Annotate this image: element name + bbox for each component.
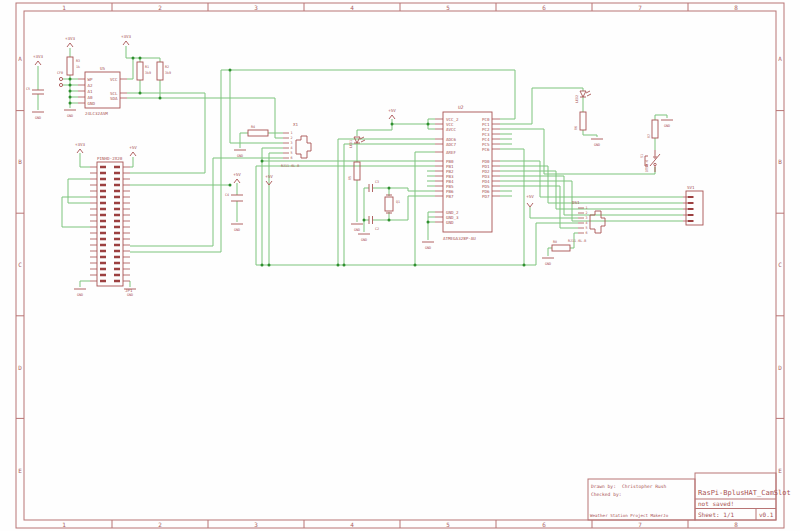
svg-text:R2: R2 — [165, 65, 169, 69]
svg-text:PC6: PC6 — [482, 147, 490, 152]
resistor-r5[interactable]: R5 — [348, 162, 360, 180]
document-title: RasPi-BplusHAT_CamSlot — [698, 489, 791, 497]
resistor-r6[interactable]: R6 — [574, 112, 586, 130]
capacitor-c4[interactable]: C4 — [225, 193, 243, 201]
supply-arrow-icon — [123, 41, 129, 45]
supply-arrow-icon — [67, 43, 73, 47]
frame-column-label: 6 — [542, 4, 546, 11]
title-block[interactable]: Drawn by: Christopher Rush Checked by: W… — [588, 473, 791, 520]
mcu-u2[interactable]: U2 ATMEGA328P-AU VCC_2 VCC AVCC ADC6 ADC… — [435, 105, 500, 241]
resistor-r2[interactable]: R2 3k9 — [157, 62, 171, 80]
net-wire — [256, 119, 435, 265]
resistor-r4[interactable]: R4 — [248, 125, 268, 136]
resistor-r7[interactable]: R7 — [647, 120, 658, 138]
frame-row-label: C — [18, 261, 22, 268]
svg-text:AREF: AREF — [446, 150, 457, 155]
frame-column-label: 8 — [734, 521, 738, 528]
svg-text:C2: C2 — [375, 227, 379, 231]
jumper-pad[interactable] — [59, 83, 62, 86]
jumper-pad[interactable] — [59, 77, 62, 80]
svg-text:3: 3 — [291, 141, 293, 145]
jack-part: RJ11-6L-B — [568, 239, 586, 243]
supply-3v3-label: +3V3 — [33, 54, 44, 59]
frame-column-label: 2 — [158, 521, 162, 528]
connector-sv1[interactable]: SV1 — [683, 185, 703, 226]
pi-header-part: PINHD-2X20 — [97, 156, 123, 161]
svg-text:GND: GND — [237, 154, 243, 158]
svg-text:6: 6 — [291, 156, 293, 160]
eeprom-designator: U5 — [100, 66, 106, 71]
resistor-r1[interactable]: R1 3k9 — [137, 62, 151, 80]
save-status: not saved! — [698, 500, 734, 507]
svg-text:2: 2 — [586, 211, 588, 215]
svg-text:R7: R7 — [647, 134, 651, 138]
mcu-part: ATMEGA328P-AU — [443, 236, 476, 241]
svg-text:GND: GND — [446, 220, 454, 225]
supply-3v3-label: +3V3 — [65, 36, 76, 41]
pi-header-designator: JP1 — [125, 288, 133, 293]
mcu-designator: U2 — [458, 105, 464, 110]
frame-row-label: A — [18, 55, 22, 62]
frame-row-label: E — [18, 467, 22, 474]
frame-column-label: 6 — [542, 521, 546, 528]
frame-column-label: 1 — [62, 4, 66, 11]
svg-text:3k9: 3k9 — [145, 71, 151, 75]
supply-5v-label: +5V — [526, 194, 534, 199]
frame-column-label: 2 — [158, 4, 162, 11]
svg-text:GND: GND — [594, 143, 600, 147]
svg-text:4: 4 — [586, 221, 588, 225]
svg-text:GND: GND — [88, 101, 96, 106]
frame-column-label: 4 — [350, 4, 354, 11]
capacitor-c3[interactable]: C3 — [369, 180, 379, 192]
supply-5v-label: +5V — [129, 145, 137, 150]
svg-text:R4: R4 — [251, 125, 255, 129]
svg-text:6: 6 — [586, 231, 588, 235]
svg-text:GND: GND — [127, 293, 133, 297]
schematic-sheet: 1 2 3 4 5 6 7 8 1 2 3 4 5 6 7 8 A B C D … — [0, 0, 800, 531]
capacitor-c5[interactable]: C5 — [26, 87, 44, 94]
svg-text:GND: GND — [67, 114, 73, 118]
resistor-r3[interactable]: R3 1k — [67, 57, 80, 75]
jack-designator: X1 — [293, 122, 299, 127]
power-flags[interactable]: +3V3 +3V3 +3V3 +3V3 +5V +5V +5V +5V +5V — [33, 34, 534, 207]
supply-5v-label: +5V — [388, 108, 396, 113]
version-label: v0.1 — [759, 511, 774, 518]
svg-text:VCC: VCC — [110, 77, 118, 82]
svg-text:A1: A1 — [88, 89, 94, 94]
svg-text:1: 1 — [586, 206, 588, 210]
frame-row-label: C — [778, 261, 782, 268]
svg-text:GND: GND — [545, 262, 551, 266]
net-wires[interactable] — [38, 46, 683, 287]
svg-text:GND: GND — [354, 228, 360, 232]
pi-header-jp1[interactable]: PINHD-2X20 JP1 — [90, 156, 133, 294]
svg-text:GND: GND — [35, 116, 41, 120]
net-wire — [256, 115, 667, 265]
svg-text:PD7: PD7 — [482, 194, 490, 199]
frame-row-label: D — [778, 364, 782, 371]
frame-column-label: 8 — [734, 4, 738, 11]
svg-text:1: 1 — [291, 131, 293, 135]
svg-text:R1: R1 — [145, 65, 149, 69]
jack-part: RJ11-6L-B — [281, 164, 299, 168]
sheet-number: Sheet: 1/1 — [698, 511, 735, 518]
drawn-by-value: Christopher Rush — [622, 484, 666, 489]
svg-text:C4: C4 — [225, 193, 229, 197]
frame-row-label: B — [778, 158, 782, 165]
svg-text:GND: GND — [77, 293, 83, 297]
frame-column-label: 1 — [62, 521, 66, 528]
svg-text:GND: GND — [425, 246, 431, 250]
svg-text:A2: A2 — [88, 83, 94, 88]
jack-designator: DS1 — [572, 200, 580, 205]
svg-text:5: 5 — [586, 226, 588, 230]
svg-text:WP: WP — [88, 77, 94, 82]
svg-text:4: 4 — [291, 146, 293, 150]
frame-column-label: 5 — [446, 4, 450, 11]
crystal-q1[interactable]: Q1 — [385, 195, 400, 213]
svg-text:AVCC: AVCC — [446, 127, 457, 132]
frame-column-label: 4 — [350, 521, 354, 528]
tact-switch-s1[interactable]: S1 DTSM-6 — [640, 150, 660, 172]
svg-text:ADC7: ADC7 — [446, 142, 457, 147]
switch-part: DTSM-6 — [645, 160, 649, 172]
svg-text:R6: R6 — [574, 126, 578, 130]
capacitor-c2[interactable]: C2 — [369, 216, 379, 231]
